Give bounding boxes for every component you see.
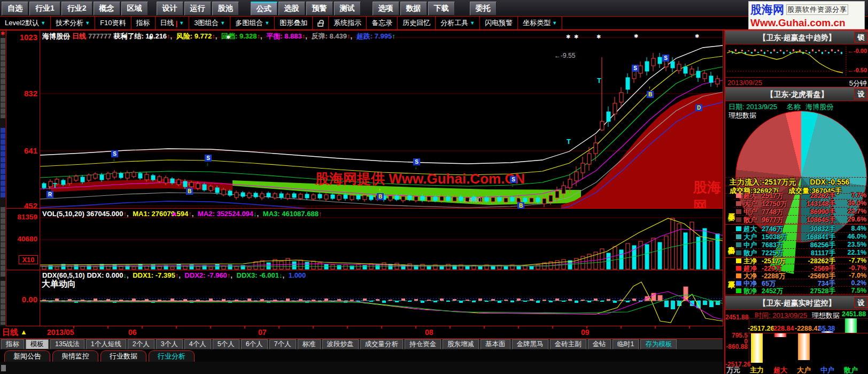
axis-label: 452 (7, 201, 37, 210)
menu-item-15[interactable]: 选项 (373, 2, 399, 16)
axis-label: 641 (7, 146, 37, 155)
menu-item-16[interactable]: 数据 (400, 2, 427, 16)
period-label[interactable]: 日线 (2, 327, 18, 338)
order-table-row: 超大2517万28262手7.7% (734, 192, 868, 200)
template-tab-8[interactable]: 6个人 (241, 339, 268, 349)
monitor-panel-header: 【卫东-超赢实时监控】 设 (725, 296, 868, 310)
template-tab-2[interactable]: 135战法 (50, 339, 84, 349)
template-tab-14[interactable]: 股东增减 (443, 339, 479, 349)
menu-item-0[interactable]: 自选 (2, 2, 28, 16)
timeline-label: 2013/05 (47, 328, 74, 337)
volume-chart[interactable] (40, 209, 723, 270)
menu-item-10[interactable]: 公式 (251, 2, 277, 16)
template-tab-5[interactable]: 3个人 (156, 339, 183, 349)
toolbar-item-14[interactable]: 坐标类型▼ (518, 17, 562, 29)
menu-item-17[interactable]: 下载 (428, 2, 455, 16)
snowflake-marker-icon: ✱ (226, 34, 230, 40)
trend-panel-header: 【卫东-超赢盘中趋势】 锁 (725, 30, 868, 44)
template-tab-19[interactable]: 临时1 (613, 339, 639, 349)
main-kline-panel[interactable]: 海博股份日线777777获利了结: 10.216↑, 风险: 9.772↑, 回… (40, 30, 723, 209)
template-tab-18[interactable]: 金钻 (588, 339, 611, 349)
menu-item-8[interactable]: 股池 (212, 2, 239, 16)
template-tab-11[interactable]: 波段炒盘 (322, 339, 359, 349)
template-tab-17[interactable]: 金砖主副 (550, 339, 586, 349)
legend-square-icon (736, 201, 741, 206)
watermark-text-2: 股海网 (693, 178, 723, 209)
template-tab-3[interactable]: 1个人短线 (86, 339, 126, 349)
toolbar-item-4[interactable]: 日线|▼ (156, 17, 190, 29)
bottom-tab-0[interactable]: 新闻公告 (4, 350, 50, 362)
bottom-tab-1[interactable]: 舆情监控 (52, 350, 98, 362)
menu-item-11[interactable]: 选股 (278, 2, 305, 16)
toolbar-item-9[interactable]: 系统指示 (329, 17, 367, 29)
snowflake-marker-icon: ✱ (574, 34, 578, 40)
snowflake-marker-icon: ✱ (566, 34, 570, 40)
monitor-value-label: -228.84 (771, 325, 794, 332)
template-tab-10[interactable]: 标准 (298, 339, 321, 349)
legend-square-icon (736, 258, 741, 263)
template-tab-1[interactable]: 模板 (26, 339, 49, 349)
toolbar-item-5[interactable]: 3图组合▼ (189, 17, 230, 29)
ddx-panel-title: 大单动向 (42, 279, 76, 290)
menu-item-19[interactable]: 委托 (470, 2, 497, 16)
template-tab-6[interactable]: 4个人 (184, 339, 211, 349)
bottom-tab-3[interactable]: 行业分析 (149, 350, 195, 362)
sell-signal-marker: S↓ (510, 176, 517, 183)
sidebar: 【卫东-超赢盘中趋势】 锁 ←-0.00←-0.50 2013/09/25 5分… (724, 30, 868, 374)
menu-item-6[interactable]: 设计 (157, 2, 183, 16)
menu-item-7[interactable]: 运行 (184, 2, 211, 16)
menu-item-13[interactable]: 测试 (334, 2, 361, 16)
toolbar-item-7[interactable]: 图形叠加 (275, 17, 313, 29)
legend-square-icon (736, 242, 741, 247)
snowflake-marker-icon: ✱ (634, 33, 638, 39)
menu-group-gap (149, 2, 156, 16)
template-tab-20[interactable]: 存为模板 (640, 339, 677, 349)
axis-label: 0.00 (7, 295, 37, 304)
toolbar-item-0[interactable]: Level2默认▼ (0, 17, 51, 29)
scroll-knob[interactable] (1, 365, 6, 371)
left-vertical-toolbar[interactable]: ✱ (0, 30, 6, 326)
settings-button[interactable]: 设 (854, 297, 868, 308)
toolbar-item-11[interactable]: 历史回忆 (398, 17, 436, 29)
timeline-label: 08 (425, 328, 433, 337)
toolbar-item-1[interactable]: 技术分析▼ (51, 17, 95, 29)
snowflake-marker-icon: ✱ (695, 33, 699, 39)
ddx-panel[interactable]: DDX(60,5,10)DDX: 0.000↓, DDX1: -7.395↑, … (40, 270, 723, 326)
monitor-value-label: 2451.88 (842, 310, 866, 318)
toolbar-item-2[interactable]: F10资料 (95, 17, 131, 29)
data-source-row: 理想数据 (725, 111, 868, 119)
template-tab-9[interactable]: 7个人 (269, 339, 296, 349)
template-tab-16[interactable]: 金牌黑马 (512, 339, 548, 349)
template-tab-0[interactable]: 指标 (1, 339, 24, 349)
order-table-row: 散净2452万27528手7.5% (734, 287, 868, 294)
template-tab-13[interactable]: 持仓资金 (405, 339, 441, 349)
settings-button[interactable]: 设 (854, 88, 868, 100)
order-group-label: 委卖单 (726, 225, 734, 257)
template-tab-12[interactable]: 成交量分析 (360, 339, 404, 349)
menu-group-gap (455, 2, 469, 16)
bottom-tab-2[interactable]: 行业数据 (100, 350, 146, 362)
menu-item-1[interactable]: 行业1 (29, 2, 60, 16)
ddx2-line (40, 292, 723, 319)
toolbar-item-6[interactable]: 多图组合▼ (230, 17, 275, 29)
trend-date: 2013/09/25 (727, 79, 762, 87)
lock-icon[interactable] (313, 17, 329, 29)
lock-button[interactable]: 锁 (854, 32, 868, 43)
trend-mini-chart[interactable]: ←-0.00←-0.50 (725, 44, 868, 78)
menu-item-2[interactable]: 行业2 (61, 2, 92, 16)
menu-item-3[interactable]: 概念 (94, 2, 120, 16)
volume-multiplier: X10 (19, 255, 38, 264)
template-tab-7[interactable]: 5个人 (213, 339, 239, 349)
panel-divider (6, 208, 723, 209)
order-table-row: 中净65万734手0.2% (734, 279, 868, 287)
template-tab-15[interactable]: 基本面 (480, 339, 510, 349)
price-annotation: ←-9.55 (554, 52, 575, 59)
template-tab-4[interactable]: 2个人 (128, 339, 154, 349)
toolbar-item-10[interactable]: 备忘录 (367, 17, 398, 29)
volume-panel[interactable]: VOL(5,10,20)367045.000↑, MA1: 276079.594… (40, 209, 723, 270)
menu-item-4[interactable]: 区域 (121, 2, 148, 16)
toolbar-item-13[interactable]: 闪电预警 (480, 17, 518, 29)
toolbar-item-12[interactable]: 分析工具▼ (436, 17, 480, 29)
menu-item-12[interactable]: 预警 (306, 2, 333, 16)
toolbar-item-3[interactable]: 指标 (131, 17, 156, 29)
